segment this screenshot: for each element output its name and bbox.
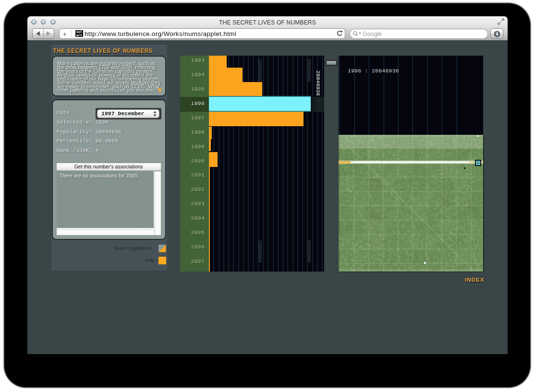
svg-text:art: art xyxy=(76,34,83,37)
